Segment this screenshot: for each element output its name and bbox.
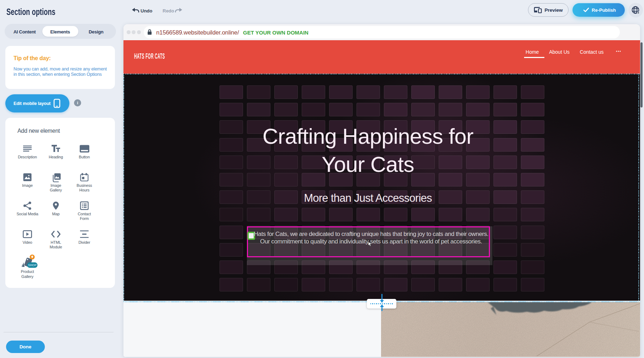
svg-text:SHOP: SHOP — [28, 263, 37, 267]
